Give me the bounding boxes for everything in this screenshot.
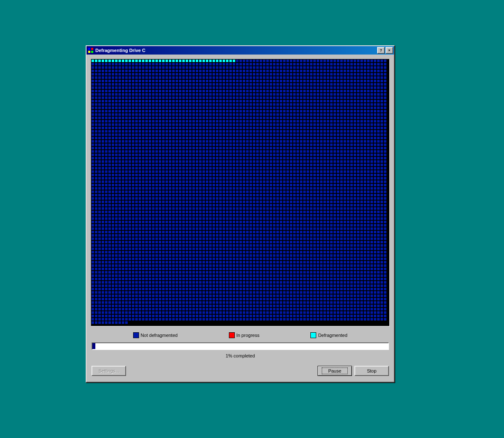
grid-block	[215, 267, 219, 271]
grid-block	[219, 301, 222, 304]
grid-block	[259, 284, 262, 287]
grid-block	[142, 103, 145, 106]
grid-block	[232, 257, 236, 261]
grid-block	[296, 99, 299, 103]
grid-block	[158, 116, 162, 120]
grid-block	[279, 170, 283, 173]
grid-block	[209, 177, 212, 180]
grid-block	[199, 120, 202, 123]
help-button[interactable]: ?	[377, 47, 385, 54]
grid-block	[142, 126, 145, 130]
grid-block	[310, 126, 313, 130]
grid-block	[125, 230, 128, 234]
grid-block	[299, 220, 303, 224]
grid-block	[276, 113, 279, 116]
grid-block	[259, 294, 262, 297]
grid-block	[330, 237, 333, 240]
grid-block	[262, 133, 266, 136]
grid-block	[131, 267, 135, 271]
grid-block	[259, 116, 262, 120]
grid-block	[296, 308, 299, 311]
grid-block	[94, 59, 98, 63]
grid-block	[326, 274, 330, 277]
grid-block	[215, 113, 219, 116]
grid-block	[192, 126, 195, 130]
grid-block	[377, 183, 380, 187]
grid-block	[246, 217, 249, 220]
grid-block	[380, 73, 383, 76]
grid-block	[316, 63, 320, 66]
grid-block	[353, 244, 357, 247]
close-button[interactable]: ×	[386, 47, 393, 54]
grid-block	[189, 240, 192, 244]
grid-block	[236, 281, 239, 284]
grid-block	[273, 257, 276, 261]
grid-block	[320, 247, 323, 250]
grid-block	[148, 264, 152, 267]
grid-block	[246, 247, 249, 250]
grid-block	[185, 318, 189, 321]
grid-block	[346, 96, 350, 99]
grid-block	[279, 93, 283, 96]
grid-block	[101, 156, 105, 160]
grid-block	[222, 234, 226, 237]
grid-block	[199, 311, 202, 314]
grid-block	[91, 297, 94, 301]
grid-block	[142, 193, 145, 197]
grid-block	[316, 106, 320, 110]
grid-block	[326, 227, 330, 230]
grid-block	[111, 150, 115, 153]
stop-button[interactable]: Stop	[354, 366, 389, 376]
grid-block	[178, 103, 182, 106]
grid-block	[310, 99, 313, 103]
grid-block	[226, 274, 229, 277]
grid-block	[165, 294, 168, 297]
grid-block	[289, 224, 293, 227]
grid-block	[333, 277, 336, 281]
grid-block	[246, 76, 249, 79]
grid-block	[101, 203, 105, 207]
grid-block	[108, 113, 111, 116]
grid-block	[330, 130, 333, 133]
grid-block	[195, 187, 199, 190]
grid-block	[299, 73, 303, 76]
grid-block	[135, 284, 138, 287]
grid-block	[111, 99, 115, 103]
grid-block	[226, 96, 229, 99]
grid-block	[367, 59, 370, 63]
grid-block	[262, 267, 266, 271]
grid-block	[242, 76, 246, 79]
grid-block	[128, 183, 131, 187]
grid-block	[273, 301, 276, 304]
grid-block	[367, 277, 370, 281]
grid-block	[111, 230, 115, 234]
grid-block	[326, 217, 330, 220]
grid-block	[128, 146, 131, 150]
grid-block	[111, 69, 115, 73]
grid-block	[330, 63, 333, 66]
grid-block	[269, 227, 273, 230]
grid-block	[115, 136, 118, 140]
pause-button[interactable]: Pause	[318, 366, 352, 376]
grid-block	[142, 304, 145, 308]
grid-block	[306, 83, 310, 86]
titlebar[interactable]: Defragmenting Drive C ? ×	[87, 46, 394, 55]
grid-block	[111, 308, 115, 311]
grid-block	[152, 224, 155, 227]
grid-block	[380, 227, 383, 230]
grid-block	[246, 146, 249, 150]
grid-block	[229, 69, 232, 73]
grid-block	[246, 99, 249, 103]
grid-block	[199, 113, 202, 116]
grid-block	[118, 314, 121, 318]
grid-block	[283, 314, 286, 318]
grid-block	[131, 311, 135, 314]
grid-block	[178, 237, 182, 240]
grid-block	[346, 113, 350, 116]
grid-block	[128, 69, 131, 73]
grid-block	[306, 197, 310, 200]
grid-block	[313, 234, 316, 237]
grid-block	[330, 146, 333, 150]
grid-block	[172, 116, 175, 120]
grid-block	[259, 163, 262, 167]
